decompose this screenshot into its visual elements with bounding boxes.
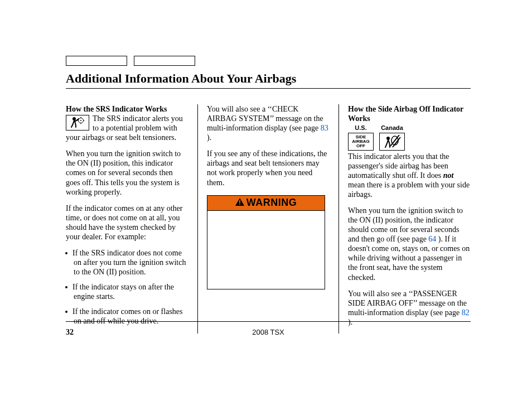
title-rule xyxy=(66,88,471,89)
col1-p3: If the indicator comes on at any other t… xyxy=(66,204,188,242)
col3-heading: How the Side Airbag Off Indicator Works xyxy=(348,105,463,123)
placeholder-box xyxy=(66,56,127,66)
placeholder-box xyxy=(134,56,195,66)
page-link-64[interactable]: 64 xyxy=(428,235,436,243)
svg-point-2 xyxy=(80,120,81,121)
warning-triangle-icon xyxy=(235,198,244,207)
warning-label: WARNING xyxy=(246,197,297,209)
page-link-82[interactable]: 82 xyxy=(462,308,470,317)
us-indicator-box: SIDE AIRBAG OFF xyxy=(348,133,374,151)
col1-heading: How the SRS Indicator Works xyxy=(66,105,167,113)
bullet-item: If the indicator comes on or flashes on … xyxy=(74,307,188,326)
warning-box: WARNING xyxy=(207,195,325,289)
document-page: Additional Information About Your Airbag… xyxy=(0,0,532,396)
page-link-83[interactable]: 83 xyxy=(321,124,328,132)
content-columns: How the SRS Indicator Works The SRS indi… xyxy=(66,104,471,334)
canada-indicator-box xyxy=(379,133,405,151)
column-1: How the SRS Indicator Works The SRS indi… xyxy=(66,104,197,334)
page-title: Additional Information About Your Airbag… xyxy=(66,71,471,87)
us-label: U.S. xyxy=(348,124,374,132)
bullet-item: If the indicator stays on after the engi… xyxy=(74,282,188,301)
vehicle-model: 2008 TSX xyxy=(252,328,284,336)
column-2: You will also see a ‘‘CHECK AIRBAG SYSTE… xyxy=(197,104,339,334)
warning-body xyxy=(207,211,325,289)
col1-bullets: If the SRS indicator does not come on af… xyxy=(66,248,188,326)
col3-p1: This indicator alerts you that the passe… xyxy=(348,152,471,199)
canada-indicator: Canada xyxy=(379,124,405,150)
page-number: 32 xyxy=(66,328,74,337)
svg-rect-8 xyxy=(239,204,240,205)
us-indicator: U.S. SIDE AIRBAG OFF xyxy=(348,124,374,150)
srs-indicator-icon xyxy=(66,115,89,131)
emphasis-not: not xyxy=(443,171,454,180)
svg-rect-7 xyxy=(239,200,240,203)
column-3: How the Side Airbag Off Indicator Works … xyxy=(339,104,471,334)
canada-label: Canada xyxy=(379,124,405,132)
indicator-icons-row: U.S. SIDE AIRBAG OFF Canada xyxy=(348,124,471,150)
warning-header: WARNING xyxy=(207,196,325,211)
page-footer: 32 2008 TSX xyxy=(66,328,471,337)
col1-p2: When you turn the ignition switch to the… xyxy=(66,149,188,196)
col3-p2: When you turn the ignition switch to the… xyxy=(348,206,471,282)
placeholder-boxes xyxy=(66,56,195,66)
col2-p1: You will also see a ‘‘CHECK AIRBAG SYSTE… xyxy=(207,104,330,142)
side-airbag-off-icon xyxy=(383,135,402,148)
footer-rule xyxy=(66,321,471,322)
bullet-item: If the SRS indicator does not come on af… xyxy=(74,248,188,277)
col2-p2: If you see any of these indications, the… xyxy=(207,149,330,187)
